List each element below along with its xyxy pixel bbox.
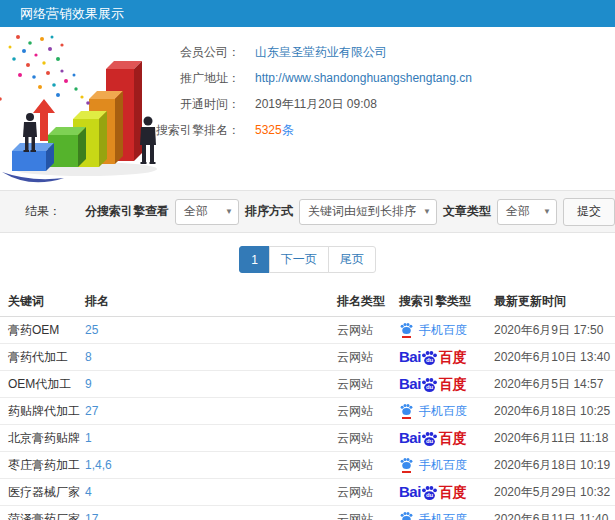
baidu-pc-logo: Bai du 百度 (399, 376, 467, 391)
svg-text:du: du (426, 492, 434, 498)
red-underline (402, 336, 411, 338)
mobile-baidu-label: 手机百度 (419, 457, 467, 474)
rank-type-cell: 云网站 (337, 511, 399, 520)
rank-link[interactable]: 9 (85, 377, 337, 391)
red-underline (402, 417, 411, 419)
rank-type-cell: 云网站 (337, 322, 399, 339)
updated-cell: 2020年5月29日 10:32 (494, 484, 615, 501)
engine-cell: Bai du 百度 (399, 430, 494, 446)
header-rank-type: 排名类型 (337, 293, 399, 310)
engine-filter-label: 分搜索引擎查看 (85, 203, 169, 220)
red-underline (402, 471, 411, 473)
updated-cell: 2020年6月5日 14:57 (494, 376, 615, 393)
baidu-pc-logo: Bai du 百度 (399, 484, 467, 499)
keyword-cell: OEM代加工 (0, 376, 85, 393)
filter-bar: 结果： 分搜索引擎查看 全部 ▼ 排序方式 关键词由短到长排序 ▼ 文章类型 全… (0, 190, 615, 233)
mobile-baidu-icon (399, 322, 414, 338)
sort-select-value: 关键词由短到长排序 (308, 203, 416, 220)
sort-filter-label: 排序方式 (245, 203, 293, 220)
baidu-pc-logo: Bai du 百度 (399, 349, 467, 364)
confetti (0, 35, 90, 105)
rank-link[interactable]: 27 (85, 404, 337, 418)
marketing-chart-image (0, 29, 190, 189)
baidu-paw-icon: du (420, 485, 439, 501)
table-header-row: 关键词 排名 排名类型 搜索引擎类型 最新更新时间 (0, 287, 615, 317)
updated-cell: 2020年6月9日 17:50 (494, 322, 615, 339)
header-engine-type: 搜索引擎类型 (399, 293, 494, 310)
rank-count-value: 5325 (255, 123, 282, 137)
mobile-baidu-logo: 手机百度 (399, 322, 467, 339)
page-current-button[interactable]: 1 (239, 246, 270, 273)
baidu-cn-text: 百度 (439, 485, 467, 499)
page-next-button[interactable]: 下一页 (269, 246, 329, 273)
engine-cell: Bai du 百度 (399, 484, 494, 500)
mobile-baidu-logo: 手机百度 (399, 511, 467, 520)
rank-link[interactable]: 1,4,6 (85, 458, 337, 472)
keyword-cell: 菏泽膏药厂家 (0, 511, 85, 520)
chevron-down-icon: ▼ (543, 207, 551, 216)
table-row: 枣庄膏药加工 1,4,6 云网站 手机百度 2020年6月18日 10:19 (0, 452, 615, 479)
updated-cell: 2020年6月11日 11:18 (494, 430, 615, 447)
page-last-button[interactable]: 尾页 (328, 246, 376, 273)
businessman-right (140, 117, 156, 165)
result-label: 结果： (25, 203, 61, 220)
mobile-baidu-label: 手机百度 (419, 511, 467, 520)
rank-link[interactable]: 25 (85, 323, 337, 337)
rank-type-cell: 云网站 (337, 349, 399, 366)
company-link[interactable]: 山东皇圣堂药业有限公司 (255, 45, 387, 59)
article-type-select[interactable]: 全部 ▼ (497, 199, 557, 225)
rank-type-cell: 云网站 (337, 430, 399, 447)
keyword-cell: 枣庄膏药加工 (0, 457, 85, 474)
rank-link[interactable]: 4 (85, 485, 337, 499)
svg-text:du: du (426, 438, 434, 444)
rank-type-cell: 云网站 (337, 376, 399, 393)
rank-type-cell: 云网站 (337, 403, 399, 420)
baidu-paw-icon: du (420, 350, 439, 366)
svg-text:du: du (426, 357, 434, 363)
mobile-baidu-icon (399, 403, 414, 419)
baidu-paw-icon (399, 457, 414, 470)
sort-select[interactable]: 关键词由短到长排序 ▼ (299, 199, 437, 225)
chevron-down-icon: ▼ (225, 207, 233, 216)
baidu-paw-icon (399, 403, 414, 416)
submit-button[interactable]: 提交 (563, 198, 615, 226)
engine-cell: Bai du 百度 (399, 376, 494, 392)
baidu-paw-icon: du (420, 431, 439, 447)
table-row: OEM代加工 9 云网站 Bai du 百度 2020年6月5日 14:57 (0, 371, 615, 398)
engine-cell: 手机百度 (399, 457, 494, 474)
table-row: 膏药OEM 25 云网站 手机百度 2020年6月9日 17:50 (0, 317, 615, 344)
rank-link[interactable]: 1 (85, 431, 337, 445)
rank-type-cell: 云网站 (337, 484, 399, 501)
keyword-cell: 药贴牌代加工 (0, 403, 85, 420)
baidu-bai-text: Bai (399, 376, 421, 391)
baidu-pc-logo: Bai du 百度 (399, 430, 467, 445)
baidu-paw-icon (399, 322, 414, 335)
table-row: 膏药代加工 8 云网站 Bai du 百度 2020年6月10日 13:40 (0, 344, 615, 371)
header-updated: 最新更新时间 (494, 293, 615, 310)
mobile-baidu-logo: 手机百度 (399, 457, 467, 474)
keyword-cell: 北京膏药贴牌 (0, 430, 85, 447)
pagination: 1 下一页 尾页 (0, 246, 615, 273)
mobile-baidu-icon (399, 511, 414, 520)
keyword-cell: 膏药代加工 (0, 349, 85, 366)
promo-url-link[interactable]: http://www.shandonghuangshengtang.cn (255, 71, 472, 85)
top-section: 会员公司： 山东皇圣堂药业有限公司 推广地址： http://www.shand… (0, 27, 615, 190)
rank-link[interactable]: 8 (85, 350, 337, 364)
engine-select[interactable]: 全部 ▼ (175, 199, 239, 225)
table-row: 医疗器械厂家 4 云网站 Bai du 百度 2020年5月29日 10:32 (0, 479, 615, 506)
baidu-bai-text: Bai (399, 349, 421, 364)
table-row: 菏泽膏药厂家 17 云网站 手机百度 2020年6月11日 11:40 (0, 506, 615, 520)
article-type-label: 文章类型 (443, 203, 491, 220)
updated-cell: 2020年6月10日 13:40 (494, 349, 615, 366)
updated-cell: 2020年6月18日 10:19 (494, 457, 615, 474)
bar-chart-illustration (0, 29, 190, 189)
baidu-bai-text: Bai (399, 484, 421, 499)
baidu-paw-icon (399, 511, 414, 520)
table-row: 北京膏药贴牌 1 云网站 Bai du 百度 2020年6月11日 11:18 (0, 425, 615, 452)
engine-cell: Bai du 百度 (399, 349, 494, 365)
mobile-baidu-icon (399, 457, 414, 473)
baidu-bai-text: Bai (399, 430, 421, 445)
page-title: 网络营销效果展示 (20, 6, 124, 21)
engine-cell: 手机百度 (399, 322, 494, 339)
rank-link[interactable]: 17 (85, 512, 337, 520)
